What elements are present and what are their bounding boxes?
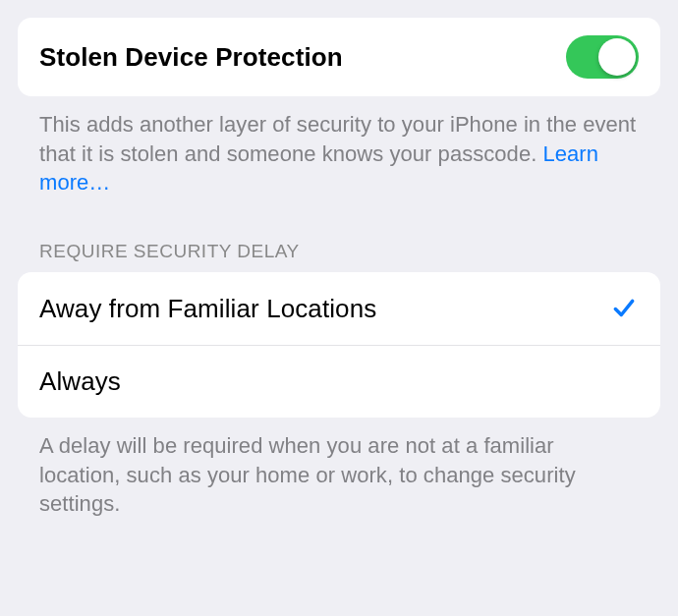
stolen-device-protection-description: This adds another layer of security to y… <box>18 96 660 197</box>
option-always[interactable]: Always <box>18 345 660 418</box>
security-delay-footer: A delay will be required when you are no… <box>18 418 660 519</box>
option-label: Away from Familiar Locations <box>39 294 376 324</box>
option-label: Always <box>39 366 121 397</box>
stolen-device-protection-row[interactable]: Stolen Device Protection <box>18 18 660 96</box>
security-delay-options-group: Away from Familiar Locations Always <box>18 272 660 418</box>
option-away-from-familiar[interactable]: Away from Familiar Locations <box>18 272 660 345</box>
stolen-device-protection-group: Stolen Device Protection <box>18 18 660 96</box>
switch-thumb <box>598 38 636 76</box>
stolen-device-protection-toggle[interactable] <box>566 35 639 79</box>
stolen-device-protection-label: Stolen Device Protection <box>39 42 343 73</box>
require-security-delay-header: REQUIRE SECURITY DELAY <box>18 197 660 272</box>
checkmark-icon <box>609 294 639 323</box>
